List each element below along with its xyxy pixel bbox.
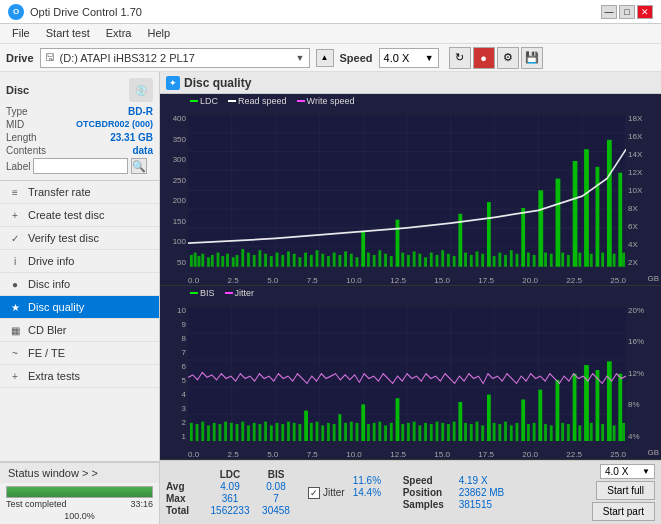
refresh-button[interactable]: ↻ bbox=[449, 47, 471, 69]
svg-rect-170 bbox=[504, 421, 507, 441]
svg-rect-82 bbox=[533, 255, 536, 267]
drive-selector[interactable]: 🖫 (D:) ATAPI iHBS312 2 PL17 ▼ bbox=[40, 48, 310, 68]
y-label-4x: 4X bbox=[628, 240, 638, 249]
svg-rect-42 bbox=[304, 253, 307, 267]
maximize-button[interactable]: □ bbox=[619, 5, 635, 19]
progress-percent: 100.0% bbox=[64, 511, 95, 521]
svg-rect-78 bbox=[510, 250, 513, 266]
svg-rect-86 bbox=[556, 179, 561, 267]
x-label-17-5: 17.5 bbox=[478, 276, 494, 285]
sidebar-item-disc-quality[interactable]: ★ Disc quality bbox=[0, 296, 159, 319]
action-section: 4.0 X ▼ Start full Start part bbox=[592, 464, 655, 521]
sidebar-item-verify-test-disc[interactable]: ✓ Verify test disc bbox=[0, 227, 159, 250]
svg-rect-145 bbox=[361, 404, 365, 441]
svg-rect-64 bbox=[430, 253, 433, 267]
y-label-300: 300 bbox=[173, 155, 186, 164]
by-label-7: 7 bbox=[182, 348, 186, 357]
y-label-350: 350 bbox=[173, 135, 186, 144]
sidebar-item-fe-te[interactable]: ~ FE / TE bbox=[0, 342, 159, 365]
svg-rect-174 bbox=[527, 424, 530, 441]
titlebar: O Opti Drive Control 1.70 — □ ✕ bbox=[0, 0, 661, 24]
menu-file[interactable]: File bbox=[4, 26, 38, 41]
verify-test-disc-label: Verify test disc bbox=[28, 232, 99, 244]
fe-te-icon: ~ bbox=[8, 346, 22, 360]
svg-rect-61 bbox=[413, 251, 416, 266]
svg-rect-187 bbox=[601, 424, 604, 441]
bottom-chart-y-right: 20% 16% 12% 8% 4% bbox=[626, 306, 661, 441]
speed-key: Speed bbox=[403, 475, 458, 486]
sidebar-item-drive-info[interactable]: i Drive info bbox=[0, 250, 159, 273]
drive-value: (D:) ATAPI iHBS312 2 PL17 bbox=[60, 52, 293, 64]
contents-value: data bbox=[132, 145, 153, 156]
label-input[interactable] bbox=[33, 158, 128, 174]
x-label-10: 10.0 bbox=[346, 276, 362, 285]
svg-rect-148 bbox=[378, 421, 381, 441]
minimize-button[interactable]: — bbox=[601, 5, 617, 19]
sidebar-item-cd-bler[interactable]: ▦ CD Bler bbox=[0, 319, 159, 342]
settings-button[interactable]: ⚙ bbox=[497, 47, 519, 69]
disc-quality-icon: ★ bbox=[8, 300, 22, 314]
svg-rect-58 bbox=[396, 220, 400, 267]
y-label-150: 150 bbox=[173, 217, 186, 226]
svg-rect-150 bbox=[390, 423, 393, 441]
svg-rect-20 bbox=[190, 255, 193, 267]
svg-rect-121 bbox=[224, 421, 227, 441]
jitter-checkbox[interactable]: ✓ bbox=[308, 487, 320, 499]
svg-rect-92 bbox=[590, 254, 593, 267]
status-window-label: Status window > > bbox=[8, 467, 98, 479]
svg-rect-181 bbox=[567, 424, 570, 441]
svg-rect-22 bbox=[198, 256, 201, 267]
stats-header-empty bbox=[166, 469, 204, 480]
burn-button[interactable]: ● bbox=[473, 47, 495, 69]
ldc-legend: LDC bbox=[190, 96, 218, 106]
ldc-legend-label: LDC bbox=[200, 96, 218, 106]
start-part-button[interactable]: Start part bbox=[592, 502, 655, 521]
svg-rect-189 bbox=[613, 425, 616, 441]
save-button[interactable]: 💾 bbox=[521, 47, 543, 69]
by-label-12pct: 12% bbox=[628, 369, 644, 378]
y-label-12x: 12X bbox=[628, 168, 642, 177]
sidebar-item-create-test-disc[interactable]: + Create test disc bbox=[0, 204, 159, 227]
x-label-2-5: 2.5 bbox=[228, 276, 239, 285]
svg-rect-151 bbox=[396, 398, 400, 441]
svg-rect-96 bbox=[613, 254, 616, 267]
eject-button[interactable]: ▲ bbox=[316, 49, 334, 67]
svg-rect-134 bbox=[298, 424, 301, 441]
speed-selector[interactable]: 4.0 X ▼ bbox=[379, 48, 439, 68]
svg-rect-43 bbox=[310, 255, 313, 267]
menu-help[interactable]: Help bbox=[139, 26, 178, 41]
svg-rect-179 bbox=[556, 379, 560, 441]
sidebar-item-disc-info[interactable]: ● Disc info bbox=[0, 273, 159, 296]
type-value: BD-R bbox=[128, 106, 153, 117]
top-chart-y-right: 18X 16X 14X 12X 10X 8X 6X 4X 2X bbox=[626, 114, 661, 267]
menu-extra[interactable]: Extra bbox=[98, 26, 140, 41]
svg-rect-173 bbox=[521, 399, 525, 441]
by-label-8: 8 bbox=[182, 334, 186, 343]
nav-list: ≡ Transfer rate + Create test disc ✓ Ver… bbox=[0, 181, 159, 388]
svg-rect-130 bbox=[276, 423, 279, 441]
titlebar-controls: — □ ✕ bbox=[601, 5, 653, 19]
sidebar-item-transfer-rate[interactable]: ≡ Transfer rate bbox=[0, 181, 159, 204]
svg-rect-73 bbox=[481, 254, 484, 267]
close-button[interactable]: ✕ bbox=[637, 5, 653, 19]
svg-rect-157 bbox=[430, 424, 433, 441]
create-test-disc-label: Create test disc bbox=[28, 209, 104, 221]
svg-rect-55 bbox=[378, 250, 381, 266]
svg-rect-164 bbox=[470, 424, 473, 441]
bottom-chart-gb-label: GB bbox=[647, 448, 659, 457]
svg-rect-76 bbox=[498, 253, 501, 267]
menu-start-test[interactable]: Start test bbox=[38, 26, 98, 41]
label-search-button[interactable]: 🔍 bbox=[131, 158, 147, 174]
svg-rect-147 bbox=[373, 423, 376, 441]
svg-rect-40 bbox=[293, 254, 296, 267]
extra-tests-icon: + bbox=[8, 369, 22, 383]
stats-max-ldc: 361 bbox=[205, 493, 255, 504]
jitter-values: 11.6% 14.4% bbox=[353, 475, 393, 510]
by-label-1: 1 bbox=[182, 432, 186, 441]
stats-speed-selector[interactable]: 4.0 X ▼ bbox=[600, 464, 655, 479]
ldc-legend-dot bbox=[190, 100, 198, 102]
sidebar-item-extra-tests[interactable]: + Extra tests bbox=[0, 365, 159, 388]
status-window-button[interactable]: Status window > > bbox=[0, 462, 159, 483]
start-full-button[interactable]: Start full bbox=[596, 481, 655, 500]
y-label-18x: 18X bbox=[628, 114, 642, 123]
